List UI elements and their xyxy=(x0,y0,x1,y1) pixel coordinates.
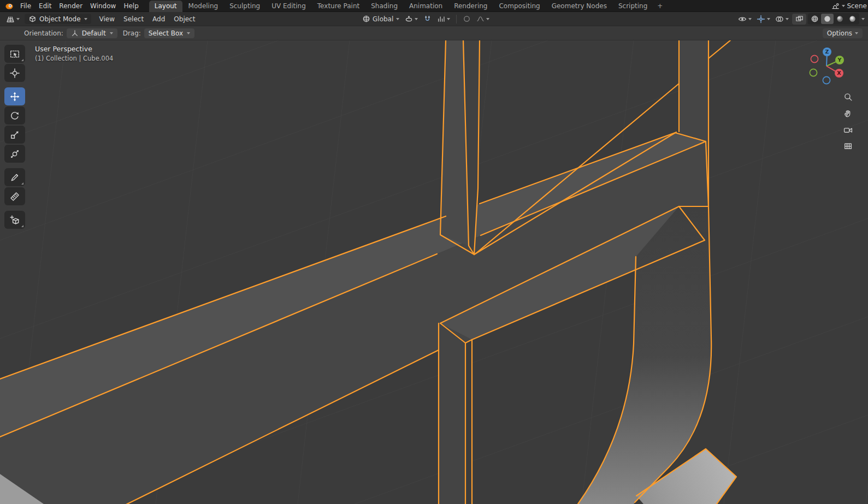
blender-window: File Edit Render Window Help Layout Mode… xyxy=(0,0,868,504)
menu-edit[interactable]: Edit xyxy=(35,2,55,10)
shading-solid-button[interactable] xyxy=(821,14,834,24)
shading-solid-icon xyxy=(823,15,831,23)
tool-scale[interactable] xyxy=(4,126,25,144)
tab-uv-editing[interactable]: UV Editing xyxy=(266,1,311,12)
axis-z-label: Z xyxy=(825,49,829,55)
proportional-falloff-dropdown[interactable] xyxy=(475,14,491,24)
viewport-nav-buttons xyxy=(843,92,853,151)
tool-add-cube[interactable] xyxy=(4,211,25,229)
tool-annotate[interactable] xyxy=(4,168,25,186)
tab-sculpting[interactable]: Sculpting xyxy=(224,1,265,12)
select-box-icon xyxy=(10,49,20,59)
tool-cursor[interactable] xyxy=(4,64,25,82)
proportional-editing-toggle[interactable] xyxy=(461,14,473,24)
menu-select[interactable]: Select xyxy=(120,14,147,24)
xray-icon xyxy=(795,15,804,23)
tab-scripting[interactable]: Scripting xyxy=(613,1,653,12)
tab-geometry-nodes[interactable]: Geometry Nodes xyxy=(546,1,612,12)
tab-compositing[interactable]: Compositing xyxy=(493,1,545,12)
blender-logo-icon[interactable] xyxy=(4,2,14,10)
editor-type-icon xyxy=(6,15,15,23)
tool-select-box[interactable] xyxy=(4,45,25,63)
tab-shading[interactable]: Shading xyxy=(365,1,403,12)
tool-move[interactable] xyxy=(4,87,25,105)
orientation-label: Orientation: xyxy=(24,29,63,37)
show-overlays-toggle[interactable] xyxy=(773,14,790,25)
chevron-down-icon xyxy=(447,18,450,20)
add-workspace-button[interactable]: + xyxy=(653,1,666,12)
axis-z-negative[interactable] xyxy=(823,76,830,84)
axis-y-negative[interactable] xyxy=(810,69,817,76)
eye-icon xyxy=(738,15,747,23)
transform-icon xyxy=(10,149,20,159)
shading-dropdown-chevron[interactable] xyxy=(861,18,865,20)
tab-modeling[interactable]: Modeling xyxy=(183,1,224,12)
snap-target-dropdown[interactable] xyxy=(435,14,452,24)
tab-texture-paint[interactable]: Texture Paint xyxy=(312,1,365,12)
show-gizmo-toggle[interactable] xyxy=(755,14,772,25)
shading-mode-group xyxy=(808,13,859,25)
ortho-toggle-button[interactable] xyxy=(843,141,853,151)
pan-button[interactable] xyxy=(843,108,853,118)
tool-transform[interactable] xyxy=(4,145,25,163)
hand-icon xyxy=(843,109,853,118)
mode-dropdown[interactable]: Object Mode xyxy=(25,14,91,24)
snap-target-icon xyxy=(437,15,445,23)
shading-material-button[interactable] xyxy=(834,14,846,24)
measure-ruler-icon xyxy=(10,192,20,201)
overlays-icon xyxy=(775,15,784,23)
scene-icon xyxy=(831,2,840,10)
chevron-down-icon xyxy=(855,32,858,34)
visibility-dropdown[interactable] xyxy=(736,14,753,25)
tool-settings-bar: Orientation: Default Drag: Select Box Op… xyxy=(0,26,868,40)
chevron-down-icon xyxy=(486,18,489,20)
menu-add[interactable]: Add xyxy=(149,14,169,24)
chevron-down-icon xyxy=(786,18,789,20)
tab-animation[interactable]: Animation xyxy=(404,1,448,12)
orientation-dropdown[interactable]: Global xyxy=(361,14,401,24)
orientation-globe-icon xyxy=(362,15,370,23)
snap-toggle[interactable] xyxy=(422,14,433,24)
zoom-button[interactable] xyxy=(843,92,853,102)
scene-selector[interactable]: Scene xyxy=(831,0,868,12)
menu-render[interactable]: Render xyxy=(55,2,86,10)
shading-rendered-icon xyxy=(848,15,857,23)
options-dropdown[interactable]: Options xyxy=(823,28,863,38)
shading-wireframe-button[interactable] xyxy=(808,14,821,24)
scale-icon xyxy=(10,130,20,140)
menu-help[interactable]: Help xyxy=(120,2,142,10)
tool-orientation-value: Default xyxy=(82,29,106,37)
shading-rendered-button[interactable] xyxy=(846,14,859,24)
tool-measure[interactable] xyxy=(4,187,25,205)
workspace-tabs: Layout Modeling Sculpting UV Editing Tex… xyxy=(149,0,667,12)
tab-layout[interactable]: Layout xyxy=(149,1,182,12)
annotate-pencil-icon xyxy=(10,173,20,182)
navigation-gizmo[interactable]: Z Y X xyxy=(805,44,848,88)
viewport-canvas[interactable]: User Perspective (1) Collection | Cube.0… xyxy=(0,40,868,504)
menu-window[interactable]: Window xyxy=(86,2,120,10)
drag-mode-dropdown[interactable]: Select Box xyxy=(144,28,194,38)
axis-x-negative[interactable] xyxy=(811,55,818,62)
menu-object[interactable]: Object xyxy=(170,14,199,24)
axis-y-label: Y xyxy=(837,57,842,63)
xray-toggle[interactable] xyxy=(792,14,806,25)
tool-rotate[interactable] xyxy=(4,106,25,124)
scene-render xyxy=(0,40,868,504)
rotate-icon xyxy=(10,111,20,121)
menu-file[interactable]: File xyxy=(16,2,35,10)
pivot-point-dropdown[interactable] xyxy=(403,14,420,24)
viewport-header: Object Mode View Select Add Object Globa… xyxy=(0,12,868,26)
chevron-down-icon xyxy=(748,18,752,20)
camera-view-button[interactable] xyxy=(843,124,853,134)
editor-type-selector[interactable] xyxy=(4,14,21,25)
chevron-down-icon xyxy=(396,18,399,20)
mode-label: Object Mode xyxy=(39,15,81,23)
chevron-down-icon xyxy=(16,18,20,20)
tool-orientation-dropdown[interactable]: Default xyxy=(67,28,117,38)
chevron-down-icon xyxy=(110,32,113,34)
tab-rendering[interactable]: Rendering xyxy=(448,1,493,12)
viewport-display-controls xyxy=(736,13,865,25)
chevron-down-icon xyxy=(415,18,418,20)
transform-snap-controls: Global xyxy=(361,14,491,24)
menu-view[interactable]: View xyxy=(96,14,119,24)
